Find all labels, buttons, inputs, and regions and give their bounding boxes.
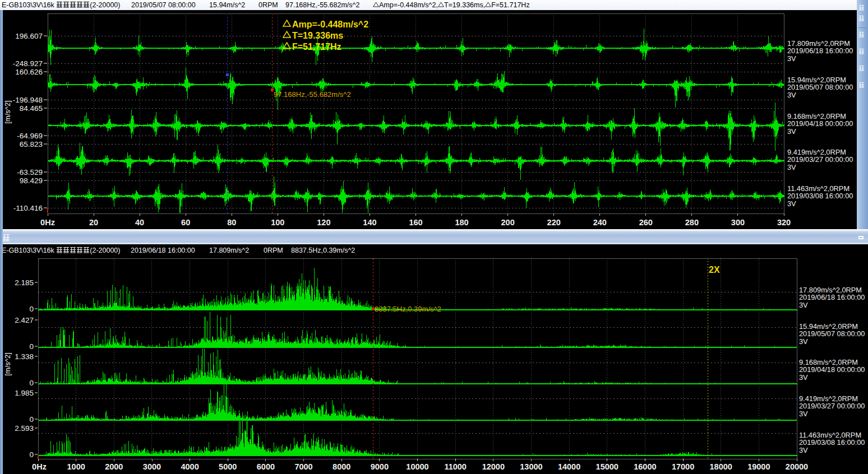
svg-text:300: 300 [731, 218, 745, 227]
svg-text:120: 120 [317, 218, 330, 227]
svg-text:8837.5Hz,0.39m/s^2: 8837.5Hz,0.39m/s^2 [375, 305, 441, 313]
svg-text:20000: 20000 [786, 462, 808, 471]
svg-text:8000: 8000 [333, 462, 350, 471]
svg-text:280: 280 [685, 218, 699, 227]
svg-text:6000: 6000 [257, 462, 275, 471]
svg-text:320: 320 [777, 218, 791, 227]
svg-text:260: 260 [639, 218, 653, 227]
svg-text:2019/06/18 16:00:00: 2019/06/18 16:00:00 [787, 47, 853, 55]
svg-text:2019/03/27 00:00:00: 2019/03/27 00:00:00 [787, 155, 853, 164]
svg-text:2019/05/07 08:00:00: 2019/05/07 08:00:00 [799, 329, 865, 338]
svg-text:17000: 17000 [672, 462, 694, 471]
svg-text:20: 20 [89, 218, 98, 227]
svg-text:Amp=-0.448m/s^2: Amp=-0.448m/s^2 [292, 20, 368, 29]
svg-text:-196.948: -196.948 [13, 96, 43, 104]
svg-text:3V: 3V [799, 301, 808, 309]
svg-text:0: 0 [29, 415, 34, 424]
svg-text:12000: 12000 [482, 462, 505, 471]
svg-text:3V: 3V [787, 199, 796, 208]
svg-text:11000: 11000 [444, 462, 467, 471]
svg-text:60: 60 [181, 218, 190, 227]
svg-text:13000: 13000 [520, 462, 542, 471]
svg-text:160: 160 [409, 218, 422, 227]
svg-text:65.823: 65.823 [20, 140, 43, 148]
svg-text:18000: 18000 [710, 462, 732, 471]
svg-text:200: 200 [501, 218, 515, 227]
svg-text:1.985: 1.985 [15, 389, 34, 397]
svg-text:2019/03/27 00:00:00: 2019/03/27 00:00:00 [799, 402, 865, 410]
svg-text:2X: 2X [709, 265, 720, 275]
svg-text:140: 140 [363, 218, 376, 227]
svg-text:2.185: 2.185 [15, 278, 34, 287]
svg-text:0Hz: 0Hz [40, 218, 55, 227]
svg-text:3V: 3V [799, 373, 808, 382]
svg-text:80: 80 [227, 218, 236, 227]
svg-text:2019/05/07 08:00:00: 2019/05/07 08:00:00 [787, 83, 853, 91]
svg-text:-248.927: -248.927 [13, 59, 43, 68]
svg-text:-64.969: -64.969 [17, 132, 43, 140]
svg-text:16000: 16000 [634, 462, 656, 471]
svg-text:3V: 3V [787, 54, 796, 63]
svg-text:0: 0 [29, 342, 34, 351]
svg-text:3000: 3000 [143, 462, 161, 471]
svg-text:3V: 3V [799, 446, 808, 454]
svg-text:98.429: 98.429 [20, 176, 43, 185]
svg-text:-110.416: -110.416 [13, 204, 43, 212]
svg-text:[m/s^2]: [m/s^2] [3, 352, 12, 376]
svg-text:[m/s^2]: [m/s^2] [3, 100, 12, 124]
svg-text:3V: 3V [787, 163, 796, 171]
svg-text:F=51.717Hz: F=51.717Hz [292, 42, 341, 52]
svg-text:40: 40 [135, 218, 144, 227]
svg-text:3V: 3V [799, 410, 808, 418]
svg-text:3V: 3V [799, 337, 808, 346]
svg-text:100: 100 [271, 218, 284, 227]
svg-text:14000: 14000 [558, 462, 580, 471]
svg-text:3V: 3V [787, 91, 796, 99]
svg-text:0: 0 [29, 379, 34, 387]
svg-text:3V: 3V [787, 127, 796, 136]
svg-text:7000: 7000 [294, 462, 312, 471]
svg-text:2019/03/08 16:00:00: 2019/03/08 16:00:00 [799, 438, 865, 447]
svg-text:0: 0 [29, 305, 34, 313]
svg-text:240: 240 [593, 218, 607, 227]
svg-text:1000: 1000 [67, 462, 85, 471]
svg-text:T=19.336ms: T=19.336ms [292, 31, 343, 40]
svg-text:0Hz: 0Hz [32, 462, 47, 471]
svg-text:97.168Hz,-55.682m/s^2: 97.168Hz,-55.682m/s^2 [274, 90, 351, 99]
svg-text:220: 220 [547, 218, 561, 227]
svg-text:196.607: 196.607 [15, 32, 43, 40]
svg-text:4000: 4000 [181, 462, 198, 471]
svg-text:10000: 10000 [406, 462, 428, 471]
svg-text:2019/04/18 00:00:00: 2019/04/18 00:00:00 [799, 365, 865, 374]
svg-text:2019/06/18 16:00:00: 2019/06/18 16:00:00 [799, 293, 865, 301]
svg-text:5000: 5000 [219, 462, 237, 471]
svg-text:2.427: 2.427 [15, 316, 34, 324]
svg-text:2.593: 2.593 [15, 424, 34, 433]
svg-text:19000: 19000 [747, 462, 770, 471]
svg-text:2000: 2000 [105, 462, 123, 471]
svg-text:160.626: 160.626 [15, 68, 43, 76]
svg-text:-63.529: -63.529 [17, 168, 43, 176]
svg-text:0: 0 [29, 450, 34, 459]
svg-text:180: 180 [455, 218, 468, 227]
svg-text:15000: 15000 [596, 462, 618, 471]
svg-text:84.465: 84.465 [20, 104, 43, 113]
svg-text:2019/04/18 00:00:00: 2019/04/18 00:00:00 [787, 119, 853, 128]
svg-text:9000: 9000 [371, 462, 389, 471]
svg-text:1.338: 1.338 [15, 352, 34, 361]
svg-text:2019/03/08 16:00:00: 2019/03/08 16:00:00 [787, 192, 853, 200]
